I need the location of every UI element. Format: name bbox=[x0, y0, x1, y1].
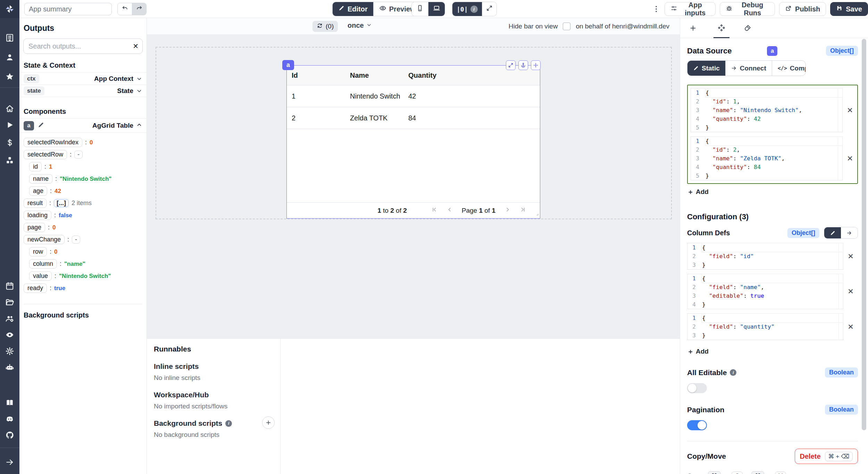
panel-scrollbar[interactable] bbox=[862, 39, 866, 430]
first-page-icon[interactable] bbox=[431, 206, 437, 214]
output-tree-row-result[interactable]: result:[...]2 items bbox=[24, 197, 142, 209]
table-cell[interactable]: Nintendo Switch bbox=[345, 92, 403, 100]
table-cell[interactable]: 1 bbox=[287, 92, 345, 100]
rail-book-icon[interactable] bbox=[5, 397, 15, 408]
resize-handle[interactable] bbox=[534, 211, 539, 218]
chevron-up-icon[interactable] bbox=[136, 122, 142, 130]
styling-tab[interactable] bbox=[742, 22, 753, 34]
component-tag[interactable]: a bbox=[282, 60, 294, 70]
refresh-button[interactable]: (0) bbox=[312, 21, 338, 32]
aggrid-component[interactable]: a IdNameQuantity 1Nintendo Switch422Zeld… bbox=[286, 65, 540, 219]
editor-tab[interactable]: Editor bbox=[333, 2, 373, 16]
json-editor[interactable]: 123{ "field": "quantity"} bbox=[687, 313, 843, 340]
table-cell[interactable]: 42 bbox=[403, 92, 462, 100]
connect-mode-button[interactable] bbox=[841, 227, 858, 238]
search-input[interactable] bbox=[23, 39, 143, 54]
edit-pencil-icon[interactable] bbox=[37, 121, 44, 130]
remove-item-icon[interactable]: ✕ bbox=[843, 154, 857, 163]
add-item-button[interactable]: ＋ Add bbox=[687, 187, 709, 196]
rail-star-icon[interactable] bbox=[5, 71, 15, 82]
remove-item-icon[interactable]: ✕ bbox=[843, 323, 858, 331]
output-tree-row-id[interactable]: id:1 bbox=[24, 161, 142, 173]
redo-button[interactable] bbox=[132, 3, 146, 15]
more-menu-button[interactable] bbox=[652, 5, 660, 13]
output-tree-row-ready[interactable]: ready:true bbox=[24, 282, 142, 294]
insert-component-tab[interactable] bbox=[687, 22, 699, 34]
table-row[interactable]: 2Zelda TOTK84 bbox=[287, 107, 540, 129]
desktop-view-button[interactable] bbox=[428, 2, 445, 16]
hide-bar-checkbox[interactable] bbox=[563, 23, 570, 30]
rail-github-icon[interactable] bbox=[5, 430, 15, 440]
json-editor[interactable]: 1234{ "field": "name", "editable": true} bbox=[687, 274, 843, 309]
remove-item-icon[interactable]: ✕ bbox=[843, 106, 857, 115]
static-mode-button[interactable] bbox=[824, 227, 841, 238]
schedule-select[interactable]: once bbox=[348, 22, 372, 29]
output-tree-row-value[interactable]: value:"Nintendo Switch" bbox=[24, 270, 142, 282]
move-component-button[interactable] bbox=[531, 60, 541, 70]
json-editor[interactable]: 12345{ "id": 1, "name": "Nintendo Switch… bbox=[691, 88, 843, 132]
rail-dollar-icon[interactable] bbox=[5, 137, 15, 148]
rail-eye-icon[interactable] bbox=[5, 330, 15, 340]
mode-tab-connect[interactable]: Connect bbox=[725, 61, 772, 76]
diff-button[interactable]: |0| i bbox=[452, 2, 482, 16]
context-row-ctx[interactable]: ctxApp Context bbox=[19, 72, 147, 85]
rail-gear-icon[interactable] bbox=[5, 346, 15, 356]
rail-building-icon[interactable] bbox=[5, 33, 15, 43]
pagination-toggle[interactable] bbox=[687, 420, 707, 430]
output-value[interactable]: [...] bbox=[54, 199, 69, 207]
table-row[interactable]: 1Nintendo Switch42 bbox=[287, 85, 540, 107]
json-editor[interactable]: 12345{ "id": 2, "name": "Zelda TOTK", "q… bbox=[691, 136, 843, 180]
rail-play-icon[interactable] bbox=[5, 120, 15, 130]
delete-component-button[interactable]: Delete ⌘ + ⌫ bbox=[795, 449, 858, 464]
component-header[interactable]: a AgGrid Table bbox=[19, 118, 147, 133]
clear-search-icon[interactable]: ✕ bbox=[133, 42, 139, 50]
fullscreen-button[interactable] bbox=[482, 2, 496, 16]
next-page-icon[interactable] bbox=[504, 206, 511, 214]
save-button[interactable]: Save bbox=[830, 2, 868, 16]
mode-tab-compute[interactable]: </>Compute bbox=[772, 61, 806, 76]
anchor-component-button[interactable] bbox=[518, 60, 528, 70]
table-cell[interactable]: 84 bbox=[403, 114, 462, 122]
rail-folder-icon[interactable] bbox=[5, 297, 15, 307]
rail-calendar-icon[interactable] bbox=[5, 281, 15, 291]
table-cell[interactable]: 2 bbox=[287, 114, 345, 122]
rail-discord-icon[interactable] bbox=[5, 414, 15, 424]
output-tree-row-column[interactable]: column:"name" bbox=[24, 258, 142, 270]
column-header-id[interactable]: Id bbox=[287, 71, 345, 79]
undo-button[interactable] bbox=[118, 3, 132, 15]
rail-users-gear-icon[interactable] bbox=[5, 313, 15, 324]
rail-user-icon[interactable] bbox=[5, 52, 15, 62]
component-settings-tab[interactable] bbox=[716, 22, 727, 34]
windmill-logo[interactable] bbox=[0, 0, 19, 18]
table-cell[interactable]: Zelda TOTK bbox=[345, 114, 403, 122]
type-pill[interactable]: Object[] bbox=[826, 46, 858, 56]
json-editor[interactable]: 123{ "field": "id"} bbox=[687, 243, 843, 270]
context-row-state[interactable]: stateState bbox=[19, 85, 147, 97]
mobile-view-button[interactable] bbox=[412, 2, 428, 16]
output-tree-row-selectedRowIndex[interactable]: selectedRowIndex:0 bbox=[24, 136, 142, 149]
output-tree-row-page[interactable]: page:0 bbox=[24, 221, 142, 234]
rail-home-icon[interactable] bbox=[5, 103, 15, 114]
remove-item-icon[interactable]: ✕ bbox=[843, 252, 858, 261]
output-tree-row-age[interactable]: age:42 bbox=[24, 185, 142, 197]
type-pill[interactable]: Object[] bbox=[787, 228, 819, 238]
add-column-button[interactable]: ＋ Add bbox=[687, 347, 709, 356]
column-header-name[interactable]: Name bbox=[345, 71, 403, 79]
app-summary-input[interactable] bbox=[24, 3, 112, 15]
canvas-grid[interactable]: a IdNameQuantity 1Nintendo Switch422Zeld… bbox=[147, 35, 680, 338]
remove-item-icon[interactable]: ✕ bbox=[843, 287, 858, 296]
add-background-script-button[interactable] bbox=[262, 416, 275, 429]
debug-runs-button[interactable]: Debug Runs bbox=[720, 2, 775, 16]
column-header-quantity[interactable]: Quantity bbox=[403, 71, 462, 79]
output-tree-row-loading[interactable]: loading:false bbox=[24, 209, 142, 221]
prev-page-icon[interactable] bbox=[446, 206, 453, 214]
all-editable-toggle[interactable] bbox=[687, 383, 707, 393]
output-tree-row-selectedRow[interactable]: selectedRow:- bbox=[24, 149, 142, 161]
output-tree-row-newChange[interactable]: newChange:- bbox=[24, 234, 142, 246]
rail-arrow-right-icon[interactable] bbox=[5, 457, 15, 467]
rail-cubes-icon[interactable] bbox=[5, 155, 15, 166]
publish-button[interactable]: Publish bbox=[779, 2, 826, 16]
expand-component-button[interactable] bbox=[506, 60, 516, 70]
rail-robot-icon[interactable] bbox=[5, 362, 15, 373]
mode-tab-static[interactable]: Static bbox=[687, 61, 725, 76]
